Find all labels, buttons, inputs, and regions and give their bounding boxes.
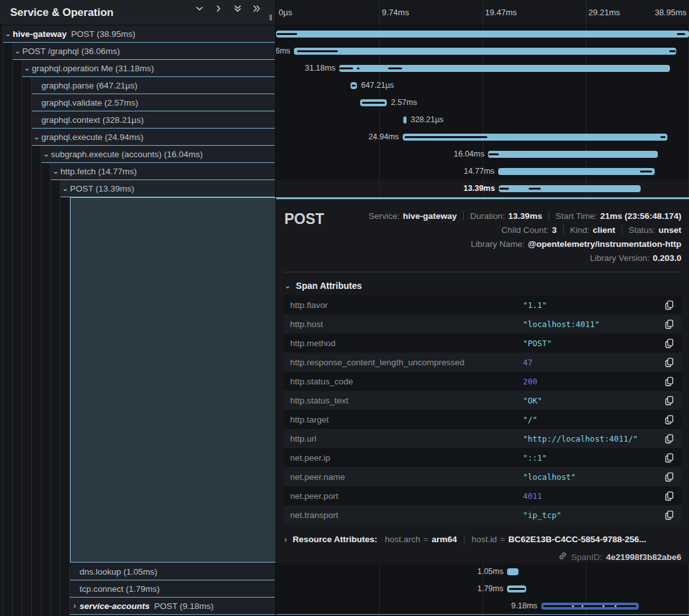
expand-all-icon[interactable] bbox=[252, 4, 261, 13]
expander-down-icon[interactable]: ⌄ bbox=[22, 60, 32, 77]
copy-icon[interactable] bbox=[664, 490, 675, 502]
link-icon[interactable] bbox=[558, 551, 567, 563]
expander-down-icon[interactable]: ⌄ bbox=[32, 129, 41, 146]
span-bar-row: 1.79ms bbox=[276, 580, 689, 598]
attribute-key: http.status_code bbox=[290, 377, 523, 386]
child-span-dot bbox=[615, 605, 616, 607]
span-duration-bar[interactable] bbox=[351, 82, 358, 89]
span-label: tcp.connect (1.79ms) bbox=[80, 584, 160, 594]
tick-label: 19.47ms bbox=[485, 8, 517, 17]
span-duration-bar[interactable] bbox=[276, 31, 689, 38]
tree-row[interactable]: ⌄POST /graphql (36.06ms) bbox=[13, 43, 275, 60]
tree-row[interactable]: graphql.parse (647.21µs) bbox=[32, 77, 275, 94]
self-time-segment bbox=[529, 188, 541, 190]
service-name: hive-gateway bbox=[13, 29, 67, 39]
copy-icon[interactable] bbox=[664, 471, 675, 483]
column-resize-handle[interactable]: ‖ bbox=[269, 13, 273, 22]
attribute-value: "/" bbox=[523, 415, 664, 424]
span-duration-label: 1.05ms bbox=[477, 563, 503, 580]
expand-one-icon[interactable] bbox=[214, 4, 223, 13]
span-duration-bar[interactable] bbox=[339, 65, 670, 72]
expander-down-icon[interactable]: ⌄ bbox=[13, 43, 22, 60]
tree-row[interactable]: ⌄graphql.operation Me (31.18ms) bbox=[22, 60, 275, 77]
tree-row[interactable]: ›service-accountsPOST (9.18ms) bbox=[70, 598, 275, 615]
timeline-header: 0µs9.74ms19.47ms29.21ms38.95ms bbox=[276, 0, 689, 25]
attribute-value: "ip_tcp" bbox=[523, 510, 664, 520]
span-label: POST /graphql (36.06ms) bbox=[22, 46, 120, 56]
span-attributes-toggle[interactable]: ⌄ Span Attributes bbox=[284, 281, 362, 291]
tree-row[interactable]: dns.lookup (1.05ms) bbox=[70, 563, 275, 580]
library-name-label: Library Name: bbox=[471, 239, 525, 249]
copy-icon[interactable] bbox=[664, 299, 675, 311]
resource-separator bbox=[464, 535, 464, 544]
span-duration-bar[interactable] bbox=[360, 99, 387, 106]
copy-icon[interactable] bbox=[664, 375, 675, 388]
service-value: hive-gateway bbox=[403, 211, 457, 221]
resource-value: arm64 bbox=[431, 535, 457, 544]
span-duration-label: 24.94ms bbox=[368, 129, 399, 146]
attribute-row: http.url"http://localhost:4011/" bbox=[284, 429, 681, 448]
span-bar-row: 24.94ms bbox=[276, 129, 689, 146]
span-duration-bar[interactable] bbox=[498, 168, 655, 175]
span-duration-bar[interactable] bbox=[507, 585, 526, 592]
expander-right-icon[interactable]: › bbox=[70, 598, 80, 615]
span-label: dns.lookup (1.05ms) bbox=[80, 567, 157, 577]
tree-row[interactable]: ⌄http.fetch (14.77ms) bbox=[51, 163, 275, 180]
copy-icon[interactable] bbox=[664, 356, 675, 368]
expander-down-icon[interactable]: ⌄ bbox=[41, 146, 51, 163]
attribute-key: http.target bbox=[290, 415, 523, 424]
resource-value: BC62E13B-C4CC-5854-9788-256... bbox=[508, 535, 646, 544]
span-duration-bar[interactable] bbox=[507, 568, 518, 575]
span-duration-bar[interactable] bbox=[403, 134, 667, 141]
tree-row[interactable]: graphql.validate (2.57ms) bbox=[32, 94, 275, 111]
tick-label: 0µs bbox=[279, 8, 292, 17]
span-label: graphql.operation Me (31.18ms) bbox=[32, 64, 154, 73]
status-value: unset bbox=[658, 225, 681, 235]
resource-attributes-row[interactable]: › Resource Attributes: host.arch = arm64… bbox=[284, 535, 646, 544]
tree-row[interactable]: ⌄hive-gatewayPOST (38.95ms) bbox=[3, 25, 275, 43]
copy-icon[interactable] bbox=[664, 452, 675, 464]
self-time-segment bbox=[405, 136, 487, 138]
copy-icon[interactable] bbox=[664, 509, 675, 521]
tree-row[interactable]: tcp.connect (1.79ms) bbox=[70, 580, 275, 598]
start-time-value: 21ms (23:56:48.174) bbox=[600, 211, 681, 221]
span-duration-label: 14.77ms bbox=[464, 163, 494, 180]
attribute-value: 47 bbox=[523, 358, 664, 367]
span-duration-label: 328.21µs bbox=[410, 111, 443, 129]
copy-icon[interactable] bbox=[664, 337, 675, 349]
copy-icon[interactable] bbox=[664, 433, 675, 445]
span-duration-bar[interactable] bbox=[294, 48, 676, 55]
collapse-all-icon[interactable] bbox=[233, 4, 242, 13]
span-attributes-table: http.flavor"1.1"http.host"localhost:4011… bbox=[284, 295, 681, 524]
self-time-segment bbox=[489, 153, 499, 155]
tree-row[interactable]: graphql.context (328.21µs) bbox=[32, 111, 275, 129]
library-version-value: 0.203.0 bbox=[653, 253, 681, 263]
tree-row[interactable]: ⌄POST (13.39ms) bbox=[60, 180, 275, 197]
self-time-segment bbox=[509, 588, 525, 590]
resource-attributes-title: Resource Attributes: bbox=[293, 535, 377, 544]
collapse-one-icon[interactable] bbox=[195, 4, 204, 13]
duration-label: Duration: bbox=[470, 211, 505, 221]
span-duration-label: 2.57ms bbox=[391, 94, 417, 111]
span-duration-bar[interactable] bbox=[541, 603, 639, 610]
span-duration-label: 31.18ms bbox=[305, 60, 335, 77]
span-duration-label: 16.04ms bbox=[454, 146, 484, 163]
copy-icon[interactable] bbox=[664, 414, 675, 426]
attribute-key: net.peer.name bbox=[290, 472, 523, 482]
attribute-row: http.target"/" bbox=[284, 410, 681, 429]
span-bar-row: 38.95ms bbox=[276, 25, 689, 43]
copy-icon[interactable] bbox=[664, 395, 675, 407]
span-duration-bar[interactable] bbox=[499, 185, 641, 192]
self-time-segment bbox=[297, 50, 337, 52]
tree-row[interactable]: ⌄graphql.execute (24.94ms) bbox=[32, 129, 275, 146]
expander-down-icon[interactable]: ⌄ bbox=[3, 25, 13, 43]
self-time-segment bbox=[543, 605, 636, 607]
spanid-row: SpanID: 4e21998f3b82abe6 bbox=[558, 551, 681, 563]
span-duration-bar[interactable] bbox=[488, 151, 658, 158]
expander-down-icon[interactable]: ⌄ bbox=[60, 180, 70, 197]
copy-icon[interactable] bbox=[664, 318, 675, 330]
expander-down-icon[interactable]: ⌄ bbox=[51, 163, 60, 180]
tree-row[interactable]: ⌄subgraph.execute (accounts) (16.04ms) bbox=[41, 146, 275, 163]
span-duration-bar[interactable] bbox=[403, 116, 407, 123]
span-label: graphql.parse (647.21µs) bbox=[41, 81, 137, 90]
